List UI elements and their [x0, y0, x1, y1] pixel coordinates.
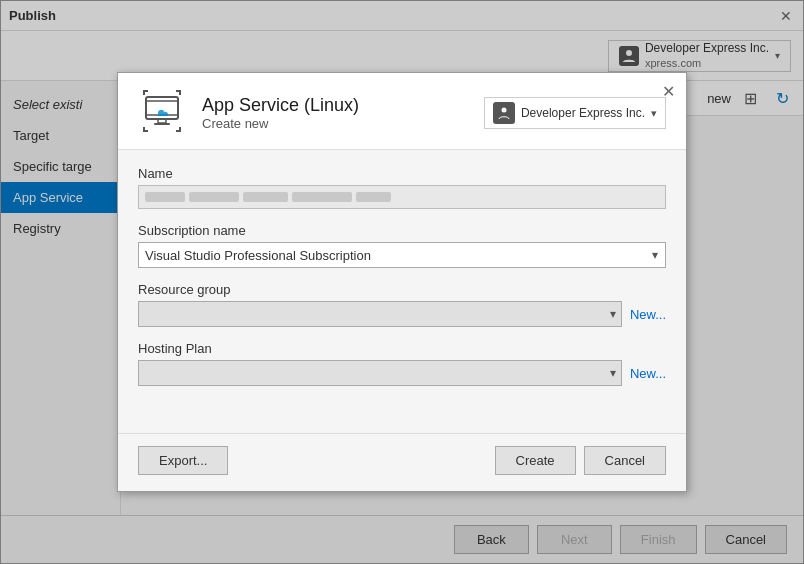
resource-group-label: Resource group — [138, 282, 666, 297]
app-service-dialog: App Service (Linux) Create new Developer… — [117, 72, 687, 492]
create-button[interactable]: Create — [495, 446, 576, 475]
subscription-field-group: Subscription name Visual Studio Professi… — [138, 223, 666, 268]
dialog-body: Name Subscription name Visual Stu — [118, 150, 686, 433]
hosting-plan-field-group: Hosting Plan New... — [138, 341, 666, 386]
name-block-3 — [243, 192, 288, 202]
name-input[interactable] — [138, 185, 666, 209]
subscription-label: Subscription name — [138, 223, 666, 238]
dialog-overlay: App Service (Linux) Create new Developer… — [0, 0, 804, 564]
name-block-5 — [356, 192, 391, 202]
hosting-plan-new-link[interactable]: New... — [630, 366, 666, 381]
name-block-2 — [189, 192, 239, 202]
svg-point-5 — [501, 108, 506, 113]
name-input-blocks — [145, 192, 391, 202]
name-label: Name — [138, 166, 666, 181]
hosting-plan-row: New... — [138, 360, 666, 386]
dialog-header: App Service (Linux) Create new Developer… — [118, 73, 686, 150]
hosting-plan-select-container — [138, 360, 622, 386]
dialog-account-dropdown: ▾ — [651, 107, 657, 120]
svg-rect-4 — [154, 123, 170, 125]
svg-rect-3 — [158, 119, 166, 123]
footer-left: Export... — [138, 446, 228, 475]
hosting-plan-select[interactable] — [138, 360, 622, 386]
resource-group-row: New... — [138, 301, 666, 327]
app-service-icon — [138, 89, 186, 137]
dialog-subtitle: Create new — [202, 116, 359, 131]
dialog-account-icon — [493, 102, 515, 124]
dialog-title-text: App Service (Linux) Create new — [202, 95, 359, 131]
subscription-select-wrapper: Visual Studio Professional Subscription — [138, 242, 666, 268]
dialog-cancel-button[interactable]: Cancel — [584, 446, 666, 475]
dialog-close-button[interactable]: ✕ — [658, 81, 678, 101]
dialog-account-button[interactable]: Developer Express Inc. ▾ — [484, 97, 666, 129]
resource-group-select-container — [138, 301, 622, 327]
name-block-4 — [292, 192, 352, 202]
subscription-select[interactable]: Visual Studio Professional Subscription — [138, 242, 666, 268]
dialog-title-area: App Service (Linux) Create new — [138, 89, 359, 137]
dialog-title: App Service (Linux) — [202, 95, 359, 116]
resource-group-field-group: Resource group New... — [138, 282, 666, 327]
name-block-1 — [145, 192, 185, 202]
export-button[interactable]: Export... — [138, 446, 228, 475]
dialog-footer: Export... Create Cancel — [118, 433, 686, 491]
resource-group-new-link[interactable]: New... — [630, 307, 666, 322]
hosting-plan-label: Hosting Plan — [138, 341, 666, 356]
resource-group-select[interactable] — [138, 301, 622, 327]
dialog-account-name: Developer Express Inc. — [521, 106, 645, 120]
name-field-group: Name — [138, 166, 666, 209]
footer-right: Create Cancel — [495, 446, 667, 475]
